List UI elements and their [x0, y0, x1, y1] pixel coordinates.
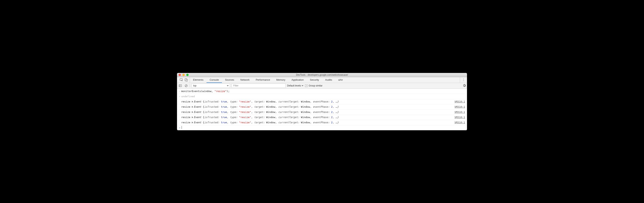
- tab-network[interactable]: Network: [237, 77, 253, 83]
- source-link[interactable]: VM310:1: [450, 110, 465, 114]
- panel-tabs: ElementsConsoleSourcesNetworkPerformance…: [190, 77, 346, 83]
- log-message[interactable]: resize Event {isTrusted: true, type: "re…: [181, 121, 450, 124]
- tab-axe[interactable]: aXe: [335, 77, 346, 83]
- log-message[interactable]: resize Event {isTrusted: true, type: "re…: [181, 110, 450, 114]
- prompt-input[interactable]: [181, 126, 465, 130]
- devtools-window: DevTools - developers.google.com/web/sho…: [177, 73, 467, 130]
- console-filter-input[interactable]: [232, 84, 286, 88]
- log-message[interactable]: resize Event {isTrusted: true, type: "re…: [181, 100, 450, 104]
- panel-tabbar: ElementsConsoleSourcesNetworkPerformance…: [177, 77, 467, 83]
- close-window-button[interactable]: [178, 74, 181, 76]
- tab-sources[interactable]: Sources: [222, 77, 237, 83]
- console-return-value: ‹ undefined: [177, 94, 467, 99]
- inspect-element-icon[interactable]: [180, 78, 183, 82]
- input-code[interactable]: monitorEvents(window, "resize");: [181, 89, 465, 93]
- console-log-row: resize Event {isTrusted: true, type: "re…: [177, 110, 467, 115]
- console-output: › monitorEvents(window, "resize"); ‹ und…: [177, 89, 467, 130]
- more-options-icon[interactable]: ⋮: [462, 78, 465, 81]
- tab-application[interactable]: Application: [288, 77, 307, 83]
- disclosure-triangle-icon[interactable]: [192, 122, 193, 123]
- output-marker-icon: ‹: [178, 95, 181, 98]
- svg-line-6: [185, 85, 187, 86]
- log-message[interactable]: resize Event {isTrusted: true, type: "re…: [181, 105, 450, 109]
- tab-elements[interactable]: Elements: [190, 77, 206, 83]
- source-link[interactable]: VM310:1: [450, 115, 465, 119]
- source-link[interactable]: VM310:1: [450, 100, 465, 104]
- log-levels-select[interactable]: Default levels: [287, 84, 304, 87]
- console-log-row: resize Event {isTrusted: true, type: "re…: [177, 115, 467, 120]
- console-log-row: resize Event {isTrusted: true, type: "re…: [177, 99, 467, 104]
- minimize-window-button[interactable]: [182, 74, 185, 76]
- tabbar-left-tools: [178, 77, 190, 83]
- window-title: DevTools - developers.google.com/web/sho…: [177, 74, 467, 76]
- console-input-echo: › monitorEvents(window, "resize");: [177, 89, 467, 94]
- titlebar: DevTools - developers.google.com/web/sho…: [177, 73, 467, 77]
- checkbox-icon[interactable]: ✓: [305, 85, 308, 87]
- disclosure-triangle-icon[interactable]: [192, 101, 193, 103]
- svg-rect-0: [180, 79, 182, 80]
- disclosure-triangle-icon[interactable]: [192, 116, 193, 118]
- execution-context-value: top: [193, 84, 196, 87]
- source-link[interactable]: VM310:1: [450, 105, 465, 109]
- disclosure-triangle-icon[interactable]: [192, 106, 193, 108]
- console-prompt[interactable]: ›: [177, 125, 467, 130]
- tab-console[interactable]: Console: [206, 77, 222, 83]
- toolbar-separator: [190, 84, 190, 87]
- group-similar-label: Group similar: [309, 84, 322, 87]
- tabbar-right-tools: ⋮: [460, 77, 467, 83]
- execution-context-select[interactable]: top: [192, 84, 230, 88]
- tab-memory[interactable]: Memory: [273, 77, 288, 83]
- clear-console-icon[interactable]: [184, 84, 188, 88]
- console-log-row: resize Event {isTrusted: true, type: "re…: [177, 104, 467, 110]
- svg-rect-2: [186, 79, 188, 81]
- console-settings-icon[interactable]: [463, 84, 466, 88]
- tab-audits[interactable]: Audits: [322, 77, 335, 83]
- zoom-window-button[interactable]: [186, 74, 188, 76]
- disclosure-triangle-icon[interactable]: [192, 111, 193, 113]
- console-toolbar: top Default levels ✓ Group similar: [177, 83, 467, 89]
- log-message[interactable]: resize Event {isTrusted: true, type: "re…: [181, 115, 450, 119]
- tab-security[interactable]: Security: [307, 77, 322, 83]
- chevron-down-icon: [302, 85, 304, 87]
- prompt-marker-icon: ›: [178, 126, 181, 130]
- source-link[interactable]: VM310:1: [450, 121, 465, 124]
- log-levels-label: Default levels: [287, 84, 301, 87]
- return-value: undefined: [181, 95, 465, 98]
- tab-performance[interactable]: Performance: [252, 77, 273, 83]
- console-log-row: resize Event {isTrusted: true, type: "re…: [177, 120, 467, 125]
- group-similar-toggle[interactable]: ✓ Group similar: [305, 84, 322, 87]
- input-marker-icon: ›: [178, 89, 181, 93]
- traffic-lights: [178, 74, 188, 76]
- device-toolbar-icon[interactable]: [185, 78, 188, 81]
- show-console-sidebar-icon[interactable]: [178, 84, 182, 88]
